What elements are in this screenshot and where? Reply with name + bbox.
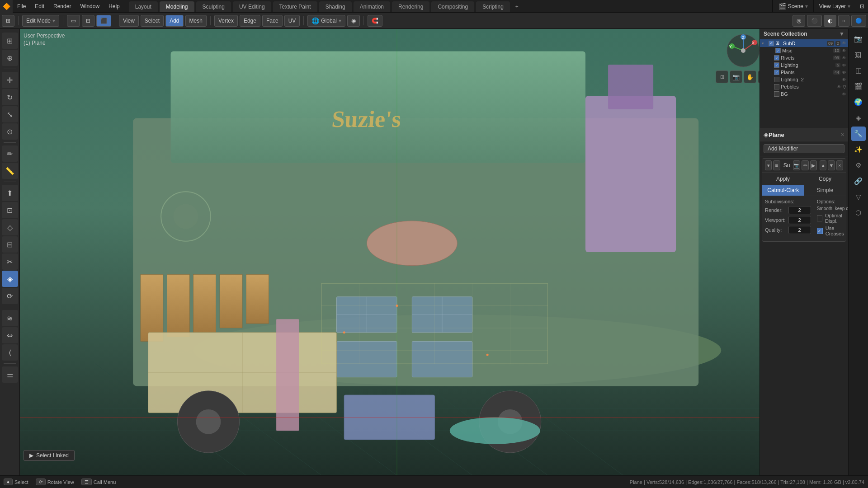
- tab-compositing[interactable]: Compositing: [431, 1, 474, 12]
- viewport-shading-3[interactable]: ○: [838, 15, 849, 27]
- copy-modifier-btn[interactable]: Copy: [804, 173, 846, 185]
- pebbles-filter-icon[interactable]: ▽: [843, 84, 846, 89]
- mesh-type-btn[interactable]: ▭: [67, 15, 80, 27]
- tab-scripting[interactable]: Scripting: [476, 1, 510, 12]
- tab-animation[interactable]: Animation: [354, 1, 390, 12]
- modifier-realtime-icon[interactable]: ▶: [810, 160, 817, 170]
- tool-poly-build[interactable]: ◈: [2, 271, 18, 287]
- tab-rendering[interactable]: Rendering: [392, 1, 429, 12]
- viewport-shading-2[interactable]: ◐: [824, 15, 836, 27]
- tool-rip[interactable]: ⚌: [2, 366, 18, 383]
- nav-gizmo[interactable]: X Y Z: [725, 33, 761, 69]
- blender-logo[interactable]: 🔶: [0, 0, 13, 13]
- viewport-shading-1[interactable]: ⚫: [807, 15, 822, 27]
- solid-display-btn[interactable]: ⬛: [96, 15, 111, 27]
- viewport-perspective-btn[interactable]: ⊞: [716, 70, 728, 83]
- prop-output-icon[interactable]: 🖼: [851, 47, 866, 62]
- tool-annotate[interactable]: ✏: [2, 145, 18, 162]
- use-creases-checkbox[interactable]: ✓: [817, 228, 823, 234]
- outliner-item-pebbles[interactable]: Pebbles 👁 ▽: [760, 83, 848, 90]
- transform-selector[interactable]: 🌐 Global ▾: [307, 15, 345, 27]
- tool-measure[interactable]: 📏: [2, 163, 18, 179]
- proportional-edit-btn[interactable]: ◉: [347, 15, 360, 27]
- outliner-item-misc[interactable]: ✓ Misc 10 👁: [760, 47, 848, 54]
- tab-shading[interactable]: Shading: [319, 1, 352, 12]
- misc-eye-icon[interactable]: 👁: [842, 48, 846, 53]
- tool-cursor[interactable]: ⊕: [2, 50, 18, 66]
- outliner-item-lighting[interactable]: ✓ Lighting 5 👁: [760, 61, 848, 69]
- viewport[interactable]: Suzie's: [20, 29, 774, 475]
- subd-visibility-checkbox[interactable]: ✓: [769, 41, 774, 46]
- uv-btn[interactable]: UV: [284, 15, 300, 27]
- select-btn[interactable]: Select: [141, 15, 164, 27]
- snap-btn[interactable]: 🧲: [368, 15, 382, 27]
- viewport-move-btn[interactable]: ✋: [744, 70, 756, 83]
- tab-layout[interactable]: Layout: [129, 1, 158, 12]
- lighting2-eye-icon[interactable]: 👁: [842, 77, 846, 82]
- viewport-camera-btn[interactable]: 📷: [730, 70, 742, 83]
- modifier-type-icon[interactable]: ≋: [773, 160, 780, 170]
- prop-view-layer-icon[interactable]: ◫: [851, 63, 866, 78]
- modifier-panel-close-btn[interactable]: ×: [841, 131, 844, 138]
- tool-extrude[interactable]: ⬆: [2, 185, 18, 201]
- menu-window[interactable]: Window: [75, 0, 104, 12]
- tool-edge-slide[interactable]: ⇔: [2, 327, 18, 343]
- tool-bevel[interactable]: ◇: [2, 219, 18, 235]
- menu-render[interactable]: Render: [49, 0, 75, 12]
- prop-particles-icon[interactable]: ✨: [851, 142, 866, 157]
- plants-visibility-checkbox[interactable]: ✓: [774, 70, 779, 75]
- modifier-edit-icon[interactable]: ✏: [802, 160, 808, 170]
- subd-expand-icon[interactable]: ▾: [762, 41, 767, 46]
- fullscreen-btn[interactable]: ⊡: [856, 0, 868, 12]
- tab-modeling[interactable]: Modeling: [160, 1, 194, 12]
- tab-uv-editing[interactable]: UV Editing: [233, 1, 271, 12]
- optimal-displ-checkbox[interactable]: [817, 215, 822, 221]
- rivets-visibility-checkbox[interactable]: ✓: [774, 55, 779, 61]
- tool-spin[interactable]: ⟳: [2, 288, 18, 304]
- prop-constraints-icon[interactable]: 🔗: [851, 174, 866, 188]
- lighting2-visibility-checkbox[interactable]: [774, 77, 779, 82]
- tool-loop-cut[interactable]: ⊟: [2, 236, 18, 253]
- modifier-close-icon[interactable]: ×: [836, 160, 843, 170]
- prop-object-icon[interactable]: ◈: [851, 111, 866, 125]
- outliner-item-rivets[interactable]: ✓ Rivets 99 👁: [760, 54, 848, 61]
- lighting-eye-icon[interactable]: 👁: [842, 63, 846, 68]
- menu-help[interactable]: Help: [104, 0, 124, 12]
- bg-eye-icon[interactable]: 👁: [842, 92, 846, 97]
- outliner-item-lighting2[interactable]: Lighting_2 👁: [760, 76, 848, 83]
- lighting-visibility-checkbox[interactable]: ✓: [774, 62, 779, 68]
- bg-visibility-checkbox[interactable]: [774, 91, 779, 97]
- outliner-item-bg[interactable]: BG 👁: [760, 90, 848, 98]
- prop-scene-icon[interactable]: 🎬: [851, 79, 866, 94]
- tool-select-box[interactable]: ⊞: [2, 33, 18, 49]
- overlay-btn[interactable]: ◎: [793, 15, 805, 27]
- prop-physics-icon[interactable]: ⚙: [851, 158, 866, 173]
- tool-knife[interactable]: ✂: [2, 253, 18, 270]
- tool-transform[interactable]: ⊙: [2, 123, 18, 140]
- prop-data-icon[interactable]: ▽: [851, 190, 866, 204]
- quality-field-input[interactable]: [788, 226, 811, 234]
- tab-sculpting[interactable]: Sculpting: [196, 1, 231, 12]
- tool-inset[interactable]: ⊡: [2, 202, 18, 218]
- outliner-item-plants[interactable]: ✓ Plants 44 👁: [760, 69, 848, 76]
- mode-selector[interactable]: Edit Mode ▾: [22, 15, 59, 27]
- tool-shear[interactable]: ⟨: [2, 344, 18, 361]
- add-modifier-btn[interactable]: Add Modifier: [764, 144, 844, 153]
- tool-smooth[interactable]: ≋: [2, 310, 18, 326]
- modifier-render-icon[interactable]: 📷: [793, 160, 800, 170]
- add-workspace-tab[interactable]: +: [512, 1, 522, 12]
- outliner-filter-icon[interactable]: ▼: [839, 31, 844, 37]
- add-btn[interactable]: Add: [165, 15, 183, 27]
- tool-rotate[interactable]: ↻: [2, 89, 18, 105]
- prop-world-icon[interactable]: 🌍: [851, 95, 866, 109]
- modifier-expand-icon[interactable]: ▾: [765, 160, 772, 170]
- menu-edit[interactable]: Edit: [30, 0, 49, 12]
- pebbles-eye-icon[interactable]: 👁: [837, 84, 841, 89]
- prop-render-icon[interactable]: 📷: [851, 32, 866, 46]
- catmul-clark-btn[interactable]: Catmul-Clark: [762, 185, 804, 196]
- viewport-shading-4[interactable]: 🔵: [851, 15, 866, 27]
- plants-eye-icon[interactable]: 👁: [842, 70, 846, 75]
- menu-file[interactable]: File: [13, 0, 30, 12]
- prop-material-icon[interactable]: ⬡: [851, 206, 866, 220]
- pebbles-visibility-checkbox[interactable]: [774, 84, 779, 89]
